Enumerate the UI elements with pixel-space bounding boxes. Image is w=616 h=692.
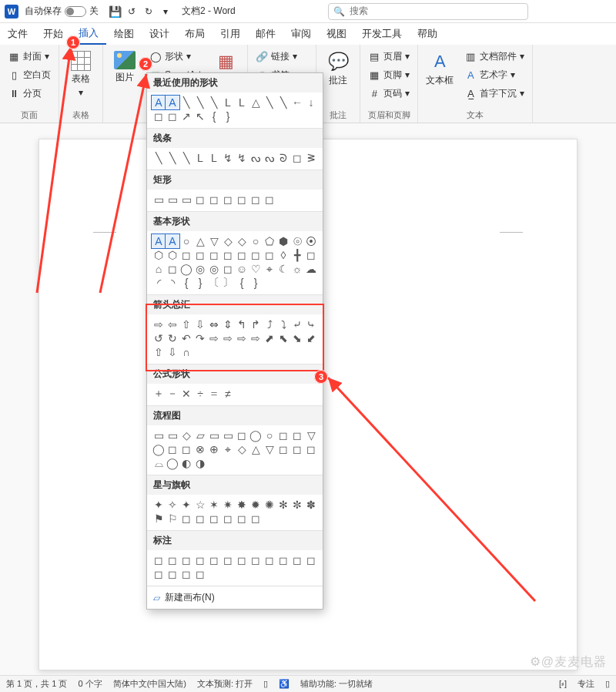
shape-item[interactable]: ◻ [207, 512, 221, 526]
undo-button[interactable]: ↺ [123, 3, 140, 20]
shape-item[interactable]: ◻ [304, 553, 318, 567]
shape-item[interactable]: ◻ [263, 553, 276, 567]
shape-item[interactable]: ✦ [179, 498, 193, 512]
shape-item[interactable]: ◻ [235, 428, 249, 442]
shape-item[interactable]: ← [290, 96, 304, 109]
shape-item[interactable]: 〕 [221, 276, 235, 290]
shape-item[interactable]: － [166, 387, 179, 401]
shape-item[interactable]: ✷ [221, 498, 235, 512]
save-button[interactable]: 💾 [106, 3, 123, 20]
shape-item[interactable]: ◻ [193, 193, 207, 207]
shape-item[interactable]: ⤷ [304, 317, 318, 331]
shape-item[interactable]: ↗ [179, 109, 193, 123]
shapes-dropdown-panel[interactable]: 最近使用的形状AA╲╲╲LL△╲╲←↓◻◻↗↖{}线条╲╲╲LL↯↯ᔓᔓᘐ◻ᕒ矩… [146, 72, 323, 610]
shape-item[interactable]: ◻ [290, 442, 304, 456]
shape-item[interactable]: ◻ [166, 567, 179, 581]
shape-item[interactable]: ◯ [166, 456, 179, 470]
shape-item[interactable]: } [221, 109, 235, 123]
shape-item[interactable]: ⬈ [263, 331, 276, 345]
shape-item[interactable]: ≠ [221, 387, 235, 401]
shape-item[interactable]: ✺ [263, 498, 276, 512]
shape-item[interactable]: ◻ [166, 442, 179, 456]
shape-item[interactable]: A [166, 96, 179, 109]
shape-item[interactable]: ↖ [193, 109, 207, 123]
tab-8[interactable]: 审阅 [283, 23, 319, 45]
shape-item[interactable]: ◻ [221, 193, 235, 207]
shape-item[interactable]: ▭ [207, 428, 221, 442]
tab-9[interactable]: 视图 [319, 23, 354, 45]
tab-11[interactable]: 帮助 [410, 23, 445, 45]
shape-item[interactable]: ⬋ [304, 331, 318, 345]
shape-item[interactable]: ∩ [179, 345, 193, 359]
tab-7[interactable]: 邮件 [248, 23, 283, 45]
shape-item[interactable]: ⇨ [235, 331, 249, 345]
tab-0[interactable]: 文件 [0, 23, 35, 45]
shape-item[interactable]: ◻ [152, 553, 166, 567]
shape-item[interactable]: ◻ [263, 248, 276, 262]
shape-item[interactable]: ◻ [290, 428, 304, 442]
shape-item[interactable]: ◻ [221, 553, 235, 567]
shape-item[interactable]: ▭ [152, 428, 166, 442]
shape-item[interactable]: ⬡ [166, 248, 179, 262]
shape-item[interactable]: △ [193, 234, 207, 248]
shape-item[interactable]: ◑ [193, 456, 207, 470]
shape-item[interactable]: ⇕ [221, 317, 235, 331]
shape-item[interactable]: ▭ [166, 428, 179, 442]
shape-item[interactable]: ◻ [290, 553, 304, 567]
shape-item[interactable]: ◻ [249, 248, 263, 262]
view-print-icon[interactable]: ▯ [605, 679, 610, 689]
shape-item[interactable]: ⤵ [276, 317, 290, 331]
footer-button[interactable]: ▦页脚▾ [365, 66, 413, 83]
shape-item[interactable]: ◻ [290, 151, 304, 165]
shape-item[interactable]: 〔 [207, 276, 221, 290]
shape-item[interactable]: ▽ [263, 442, 276, 456]
shape-item[interactable]: ✦ [152, 498, 166, 512]
shape-item[interactable]: ╲ [263, 96, 276, 109]
shape-item[interactable]: L [207, 151, 221, 165]
shape-item[interactable]: ○ [179, 234, 193, 248]
tab-10[interactable]: 开发工具 [354, 23, 410, 45]
shape-item[interactable]: ⇨ [152, 317, 166, 331]
tab-3[interactable]: 绘图 [106, 23, 142, 45]
shape-item[interactable]: L [221, 96, 235, 109]
shape-item[interactable]: ᕒ [304, 151, 318, 165]
shape-item[interactable]: ◻ [152, 567, 166, 581]
shape-item[interactable]: ╲ [179, 151, 193, 165]
shape-item[interactable]: ◯ [152, 442, 166, 456]
shape-item[interactable]: ＋ [152, 387, 166, 401]
shape-item[interactable]: ◻ [207, 553, 221, 567]
shape-item[interactable]: ⌓ [152, 456, 166, 470]
wordart-button[interactable]: A艺术字▾ [461, 66, 527, 83]
autosave-toggle[interactable]: 自动保存 关 [25, 5, 99, 18]
shape-item[interactable]: ◻ [304, 248, 318, 262]
shape-item[interactable]: ⬊ [290, 331, 304, 345]
docparts-button[interactable]: ▥文档部件▾ [461, 48, 527, 65]
shape-item[interactable]: ⇩ [193, 317, 207, 331]
status-preview[interactable]: 文本预测: 打开 [197, 678, 253, 690]
shape-item[interactable]: ✕ [179, 387, 193, 401]
tab-5[interactable]: 布局 [177, 23, 213, 45]
shape-item[interactable]: ↷ [193, 331, 207, 345]
status-accessibility[interactable]: 辅助功能: 一切就绪 [300, 678, 373, 690]
shape-item[interactable]: ◻ [179, 248, 193, 262]
shape-item[interactable]: ↶ [179, 331, 193, 345]
shape-item[interactable]: ⚐ [166, 512, 179, 526]
shape-item[interactable]: ◻ [249, 193, 263, 207]
shape-item[interactable]: ⬉ [276, 331, 290, 345]
shape-item[interactable]: ◻ [276, 428, 290, 442]
shape-item[interactable]: ↺ [152, 331, 166, 345]
shape-item[interactable]: } [249, 276, 263, 290]
comment-button[interactable]: 💬 批注 [321, 48, 355, 90]
shape-item[interactable]: ◻ [166, 262, 179, 276]
shape-item[interactable]: ◻ [235, 193, 249, 207]
shape-item[interactable]: ▭ [166, 193, 179, 207]
shape-item[interactable]: ◻ [193, 567, 207, 581]
shape-item[interactable]: ○ [249, 234, 263, 248]
shape-item[interactable]: ○ [263, 428, 276, 442]
shape-item[interactable]: A [152, 234, 166, 248]
shape-item[interactable]: ᘐ [276, 151, 290, 165]
shape-item[interactable]: ⦾ [290, 234, 304, 248]
shape-item[interactable]: ▽ [207, 234, 221, 248]
shape-item[interactable]: ╋ [290, 248, 304, 262]
shape-item[interactable]: L [193, 151, 207, 165]
